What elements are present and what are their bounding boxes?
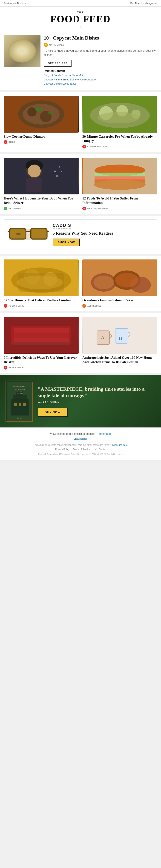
svg-rect-65 bbox=[14, 403, 17, 406]
card-title-salmon: Grandma's Famous Salmon Cakes bbox=[82, 298, 157, 303]
hero-description: It's nice to know that you can whip up s… bbox=[44, 49, 157, 57]
hero-title: 10+ Copycat Main Dishes bbox=[44, 35, 157, 41]
svg-point-48 bbox=[115, 273, 138, 287]
footer-links: Privacy Policy Terms of Service Help Cen… bbox=[4, 448, 157, 451]
eating-icon: E bbox=[4, 207, 7, 210]
hero-image bbox=[4, 35, 41, 67]
hero-section: 10+ Copycat Main Dishes M MYRECIPES It's… bbox=[0, 31, 161, 90]
related-link-2[interactable]: Copycat Panera Bread Summer Corn Chowder bbox=[44, 78, 157, 81]
martha-name: MARTHA STEWART bbox=[87, 207, 108, 210]
svg-point-17 bbox=[28, 164, 41, 178]
top-nav: Restaurant At Home Get Allrecipes Magazi… bbox=[0, 0, 161, 7]
book-blockquote: "A MASTERPIECE, braiding three stories i… bbox=[38, 386, 156, 399]
card-source-slowcooker: B BH&G bbox=[4, 140, 79, 144]
svg-rect-62 bbox=[10, 399, 29, 415]
book-attribution: —KATE QUINN bbox=[38, 401, 156, 404]
anthropologie-visual: A B bbox=[82, 317, 157, 354]
ad-sub-label: EYE APPLIANCES bbox=[53, 227, 154, 229]
svg-point-20 bbox=[56, 175, 58, 177]
allrecipes-icon: A bbox=[82, 304, 86, 308]
foodwine-icon: F bbox=[4, 304, 7, 308]
privacy-link[interactable]: Privacy Policy bbox=[55, 448, 70, 451]
casserole-svg bbox=[82, 96, 157, 133]
seltzer-visual bbox=[4, 158, 79, 194]
inflammation-svg bbox=[82, 158, 157, 194]
header-divider: 🍴 bbox=[2, 25, 159, 29]
svg-rect-66 bbox=[19, 403, 21, 406]
dinners-svg bbox=[4, 259, 79, 296]
restaurant-link[interactable]: Restaurant At Home bbox=[4, 2, 26, 5]
card-title-casserole: 30-Minute Casseroles For When You're Alr… bbox=[82, 134, 157, 144]
svg-point-19 bbox=[59, 166, 60, 167]
svg-rect-32 bbox=[31, 229, 46, 238]
svg-point-27 bbox=[94, 180, 145, 190]
section-divider-5 bbox=[0, 311, 161, 313]
footer: 🎙 Subscribe to our delicious podcast 'Ho… bbox=[0, 428, 161, 460]
section-divider-2 bbox=[0, 152, 161, 154]
magazine-link[interactable]: Get Allrecipes Magazine bbox=[130, 2, 157, 5]
svg-point-5 bbox=[35, 108, 42, 112]
svg-text:1.0 D5: 1.0 D5 bbox=[15, 233, 21, 235]
section-divider-4 bbox=[0, 254, 161, 256]
svg-rect-34 bbox=[7, 231, 10, 232]
brand-title: FOOD FEED bbox=[2, 14, 159, 24]
svg-rect-15 bbox=[26, 178, 42, 192]
svg-point-3 bbox=[27, 107, 36, 117]
card-source-inflammation: M MARTHA STEWART bbox=[82, 207, 157, 210]
card-title-anthropologie: Anthropologie Just Added Over 100 New Ho… bbox=[82, 355, 157, 365]
dinners-visual bbox=[4, 259, 79, 296]
podcast-link[interactable]: Homemade bbox=[97, 432, 111, 435]
card-slowcooker: Slow Cooker Dump Dinners B BH&G bbox=[4, 96, 79, 149]
svg-rect-42 bbox=[18, 273, 64, 291]
svg-point-18 bbox=[54, 170, 56, 173]
podcast-line: 🎙 Subscribe to our delicious podcast 'Ho… bbox=[4, 432, 157, 435]
inflammation-visual bbox=[82, 158, 157, 194]
section-divider-3 bbox=[0, 214, 161, 216]
card-source-brisket: R REAL SIMPLE bbox=[4, 366, 79, 370]
fork-icon: 🍴 bbox=[79, 25, 83, 29]
unsubscribe-link[interactable]: Unsubscribe bbox=[4, 437, 157, 440]
card-title-dinners: 5 Cozy Dinners That Deliver Endless Comf… bbox=[4, 298, 79, 303]
subscribe-link[interactable]: Subscribe here bbox=[112, 444, 128, 446]
ad-headline: 5 Reasons Why You Need Readers bbox=[53, 231, 154, 236]
book-banner: STEPHANIE DRAY THE WOMEN OF CHATEAU LAFA… bbox=[0, 375, 161, 428]
brisket-svg bbox=[4, 317, 79, 354]
related-link-1[interactable]: Copycat Panda Express Chow Mein bbox=[44, 73, 157, 77]
related-title: Related Content bbox=[44, 69, 157, 73]
svg-rect-54 bbox=[12, 342, 70, 345]
card-img-dinners bbox=[4, 259, 79, 296]
glasses-svg: 1.0 D5 bbox=[7, 224, 49, 245]
buy-now-button[interactable]: BUY NOW bbox=[38, 408, 68, 417]
svg-text:STEPHANIE DRAY: STEPHANIE DRAY bbox=[13, 385, 26, 387]
eating-name: EATINGWELL bbox=[8, 207, 23, 210]
svg-rect-53 bbox=[14, 338, 69, 342]
card-img-seltzer bbox=[4, 158, 79, 194]
ad-banner: 1.0 D5 CADDIS EYE APPLIANCES 5 Reasons W… bbox=[4, 219, 157, 250]
svg-rect-51 bbox=[14, 329, 69, 333]
card-title-inflammation: 12 Foods To Avoid If You Suffer From Inf… bbox=[82, 196, 157, 205]
card-dinners: 5 Cozy Dinners That Deliver Endless Comf… bbox=[4, 259, 79, 308]
get-recipes-button[interactable]: GET RECIPES bbox=[44, 60, 72, 67]
divider-line-right bbox=[84, 27, 112, 27]
hero-source-badge: M MYRECIPES bbox=[44, 43, 157, 47]
svg-rect-35 bbox=[47, 231, 49, 232]
shop-now-button[interactable]: SHOP NOW bbox=[53, 239, 80, 246]
svg-text:A NOVEL: A NOVEL bbox=[17, 418, 23, 419]
book-cover-svg: STEPHANIE DRAY THE WOMEN OF CHATEAU LAFA… bbox=[6, 381, 33, 422]
hero-source-name: MYRECIPES bbox=[49, 44, 64, 46]
card-img-salmon bbox=[82, 259, 157, 296]
card-title-brisket: 9 Incredibly Delicious Ways To Use Your … bbox=[4, 355, 79, 365]
related-link-3[interactable]: Copycat Doritos Locos Tacos bbox=[44, 82, 157, 86]
terms-link[interactable]: Terms of Service bbox=[73, 448, 90, 451]
realsimple-icon: R bbox=[4, 366, 7, 370]
slowcooker-visual bbox=[4, 96, 79, 133]
card-img-anthropologie: A B bbox=[82, 317, 157, 354]
casserole-visual bbox=[82, 96, 157, 133]
card-seltzer: Here's What Happens To Your Body When Yo… bbox=[4, 158, 79, 210]
help-link[interactable]: Help Center bbox=[93, 448, 106, 451]
hero-food-visual bbox=[4, 35, 41, 67]
ad-content: CADDIS EYE APPLIANCES 5 Reasons Why You … bbox=[53, 223, 154, 247]
ad-brand: CADDIS bbox=[53, 223, 154, 227]
grid-row-1: Slow Cooker Dump Dinners B BH&G bbox=[0, 92, 161, 152]
realsimple-name: REAL SIMPLE bbox=[8, 367, 24, 369]
